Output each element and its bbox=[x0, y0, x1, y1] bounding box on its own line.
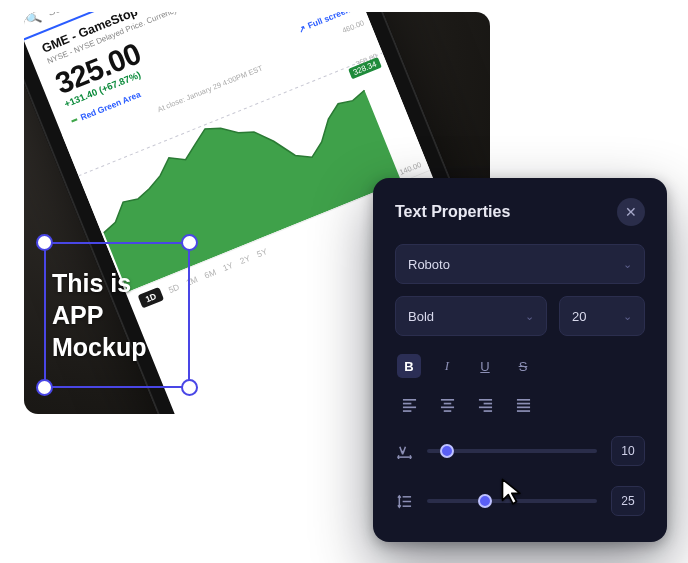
text-style-row: B I U S bbox=[395, 354, 645, 378]
align-left-icon bbox=[402, 397, 417, 412]
chevron-down-icon: ⌄ bbox=[623, 258, 632, 271]
underline-icon: U bbox=[480, 359, 489, 374]
font-weight-value: Bold bbox=[408, 309, 434, 324]
range-1y[interactable]: 1Y bbox=[221, 259, 234, 272]
align-right-icon bbox=[478, 397, 493, 412]
line-height-slider[interactable] bbox=[427, 499, 597, 503]
align-justify-icon bbox=[516, 397, 531, 412]
letter-spacing-icon bbox=[395, 444, 413, 459]
selected-text-content[interactable]: This is APP Mockup bbox=[52, 254, 182, 376]
bold-button[interactable]: B bbox=[397, 354, 421, 378]
italic-icon: I bbox=[445, 358, 449, 374]
letter-spacing-thumb[interactable] bbox=[440, 444, 454, 458]
line-height-icon bbox=[395, 494, 413, 509]
panel-title: Text Properties bbox=[395, 203, 510, 221]
italic-button[interactable]: I bbox=[435, 354, 459, 378]
align-center-icon bbox=[440, 397, 455, 412]
strikethrough-icon: S bbox=[519, 359, 528, 374]
font-family-select[interactable]: Roboto ⌄ bbox=[395, 244, 645, 284]
bold-icon: B bbox=[404, 359, 413, 374]
letter-spacing-row: 10 bbox=[395, 436, 645, 466]
align-right-button[interactable] bbox=[473, 392, 497, 416]
range-2y[interactable]: 2Y bbox=[238, 253, 251, 266]
selection-handle-br[interactable] bbox=[181, 379, 198, 396]
line-height-thumb[interactable] bbox=[478, 494, 492, 508]
selection-handle-tr[interactable] bbox=[181, 234, 198, 251]
font-size-select[interactable]: 20 ⌄ bbox=[559, 296, 645, 336]
text-selection-box[interactable]: This is APP Mockup bbox=[34, 232, 200, 398]
align-left-button[interactable] bbox=[397, 392, 421, 416]
search-icon: 🔍 bbox=[24, 12, 43, 27]
selection-handle-tl[interactable] bbox=[36, 234, 53, 251]
text-properties-panel: Text Properties ✕ Roboto ⌄ Bold ⌄ 20 ⌄ B… bbox=[373, 178, 667, 542]
align-justify-button[interactable] bbox=[511, 392, 535, 416]
font-family-value: Roboto bbox=[408, 257, 450, 272]
chevron-down-icon: ⌄ bbox=[623, 310, 632, 323]
range-6m[interactable]: 6M bbox=[203, 266, 218, 280]
font-size-value: 20 bbox=[572, 309, 586, 324]
letter-spacing-slider[interactable] bbox=[427, 449, 597, 453]
chevron-down-icon: ⌄ bbox=[525, 310, 534, 323]
range-5y[interactable]: 5Y bbox=[255, 246, 268, 259]
text-align-row bbox=[395, 392, 645, 416]
strikethrough-button[interactable]: S bbox=[511, 354, 535, 378]
selection-handle-bl[interactable] bbox=[36, 379, 53, 396]
close-button[interactable]: ✕ bbox=[617, 198, 645, 226]
letter-spacing-readout[interactable]: 10 bbox=[611, 436, 645, 466]
line-height-readout[interactable]: 25 bbox=[611, 486, 645, 516]
font-weight-select[interactable]: Bold ⌄ bbox=[395, 296, 547, 336]
align-center-button[interactable] bbox=[435, 392, 459, 416]
close-icon: ✕ bbox=[625, 204, 637, 220]
underline-button[interactable]: U bbox=[473, 354, 497, 378]
line-height-row: 25 bbox=[395, 486, 645, 516]
